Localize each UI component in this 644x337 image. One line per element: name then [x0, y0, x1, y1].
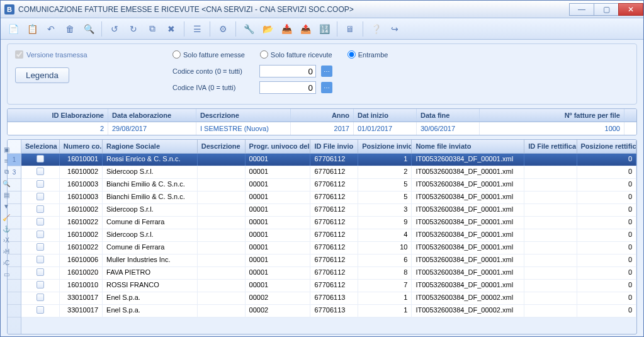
side-zoom-icon[interactable]: 🔍 — [1, 178, 11, 189]
radio-emesse[interactable]: Solo fatture emesse — [172, 50, 245, 59]
row-checkbox[interactable] — [37, 243, 44, 251]
table-row[interactable]: 33010017Enel S.p.a.00002677061131IT00532… — [21, 305, 636, 317]
table-row[interactable]: 16010020FAVA PIETRO00001677061128IT00532… — [21, 267, 636, 280]
row-checkbox[interactable] — [37, 168, 44, 175]
row-checkbox[interactable] — [37, 294, 44, 301]
row-checkbox[interactable] — [37, 180, 44, 188]
table-row[interactable]: 16010003Bianchi Emilio & C. S.n.c.000016… — [21, 191, 636, 204]
clear-icon[interactable]: ✖ — [164, 21, 179, 37]
summary-col-dini[interactable]: Dat inizio — [354, 109, 417, 122]
table-row[interactable]: 16010022Comune di Ferrara00001677061129I… — [21, 217, 636, 229]
summary-row[interactable]: 2 29/08/2017 I SEMESTRE (Nuova) 2017 01/… — [8, 122, 636, 135]
maximize-button[interactable]: ▢ — [594, 3, 619, 16]
paste-icon[interactable]: ⧉ — [145, 21, 160, 37]
delete-icon[interactable]: 🗑 — [62, 21, 77, 37]
row-checkbox[interactable] — [37, 155, 44, 163]
grid-col-seleziona[interactable]: Seleziona — [21, 140, 60, 153]
side-filter-icon[interactable]: ▼ — [1, 200, 11, 212]
cell-numero: 16010022 — [60, 217, 103, 229]
codice-iva-input[interactable] — [259, 81, 316, 94]
folder-icon[interactable]: 📂 — [260, 21, 275, 37]
undo-icon[interactable]: ↶ — [43, 21, 59, 37]
cut-icon[interactable]: ↺ — [107, 21, 122, 37]
table-row[interactable]: 16010006Muller Industries Inc.0000167706… — [21, 254, 636, 267]
table-row[interactable]: 16010002Sidercoop S.r.l.00001677061123IT… — [21, 204, 636, 217]
row-handle[interactable] — [8, 305, 21, 317]
side-indicator-icon[interactable]: ▣ — [1, 144, 11, 155]
side-anchor-icon[interactable]: ⚓ — [1, 223, 11, 234]
new-icon[interactable]: 📄 — [6, 21, 21, 37]
side-insert-icon[interactable]: ≡ — [1, 155, 11, 166]
side-columns-icon[interactable]: ▤ — [1, 189, 11, 200]
row-checkbox[interactable] — [37, 281, 44, 288]
summary-col-dfin[interactable]: Data fine — [417, 109, 480, 122]
settings-icon[interactable]: ⚙ — [215, 21, 230, 37]
table-row[interactable]: 33010017Enel S.p.a.00002677061131IT00532… — [21, 292, 636, 305]
import-icon[interactable]: 📥 — [279, 21, 294, 37]
row-checkbox[interactable] — [37, 231, 44, 238]
versione-trasmessa-checkbox[interactable] — [15, 50, 23, 59]
copy-icon[interactable]: ↻ — [126, 21, 141, 37]
row-handle[interactable] — [8, 280, 21, 292]
list-icon[interactable]: ☰ — [189, 21, 205, 37]
grid-col-idrettifica[interactable]: ID File rettifica — [524, 140, 577, 153]
row-checkbox[interactable] — [37, 193, 44, 200]
save-icon[interactable]: 📋 — [25, 21, 40, 37]
cell-posrettifica: 0 — [577, 154, 637, 166]
help-icon[interactable]: ❔ — [368, 21, 383, 37]
codice-conto-lookup-button[interactable]: ⋯ — [321, 66, 332, 77]
cell-posrettifica: 0 — [577, 292, 637, 304]
exit-icon[interactable]: ↪ — [387, 21, 402, 37]
minimize-button[interactable]: — — [569, 3, 594, 16]
row-checkbox[interactable] — [37, 218, 44, 226]
grid-col-nomefile[interactable]: Nome file inviato — [412, 140, 524, 153]
summary-cell-desc: I SEMESTRE (Nuova) — [196, 122, 291, 135]
side-h-icon[interactable]: ›H — [1, 246, 11, 257]
side-funnel-icon[interactable]: 🧹 — [1, 212, 11, 223]
cell-progr: 00001 — [246, 154, 311, 166]
table-row[interactable]: 16010001Rossi Enrico & C. S.n.c.00001677… — [21, 154, 636, 166]
grid-col-posrettifica[interactable]: Posizione rettifica — [577, 140, 637, 153]
export-icon[interactable]: 📤 — [298, 21, 313, 37]
tool-icon[interactable]: 🔧 — [241, 21, 256, 37]
side-copy-icon[interactable]: ⧉ — [1, 166, 11, 178]
cell-posizione: 9 — [358, 217, 412, 229]
summary-col-id[interactable]: ID Elaborazione — [8, 109, 108, 122]
grid-col-numero[interactable]: Numero co... — [60, 140, 103, 153]
cell-ragione: Sidercoop S.r.l. — [103, 229, 198, 241]
table-row[interactable]: 16010022Comune di Ferrara000016770611210… — [21, 242, 636, 254]
screen-icon[interactable]: 🖥 — [342, 21, 358, 37]
side-x-icon[interactable]: ›X — [1, 234, 11, 246]
row-checkbox[interactable] — [37, 306, 44, 314]
cell-progr: 00001 — [246, 179, 311, 191]
table-row[interactable]: 16010010ROSSI FRANCO00001677061127IT0053… — [21, 280, 636, 292]
row-checkbox[interactable] — [37, 256, 44, 263]
row-handle[interactable] — [8, 292, 21, 305]
grid-col-progr[interactable]: Progr. univoco del file — [246, 140, 311, 153]
grid-col-descrizione[interactable]: Descrizione — [198, 140, 246, 153]
summary-col-anno[interactable]: Anno — [291, 109, 354, 122]
radio-entrambe[interactable]: Entrambe — [347, 50, 388, 59]
codice-iva-lookup-button[interactable]: ⋯ — [321, 82, 332, 93]
grid-col-idfile[interactable]: ID File invio — [310, 140, 358, 153]
legenda-button[interactable]: Legenda — [15, 67, 69, 83]
row-checkbox[interactable] — [37, 268, 44, 276]
summary-col-desc[interactable]: Descrizione — [196, 109, 291, 122]
codice-conto-input[interactable] — [259, 65, 316, 77]
grid-col-posizione[interactable]: Posizione invio — [358, 140, 412, 153]
grid-icon[interactable]: 🔢 — [317, 21, 332, 37]
find-icon[interactable]: 🔍 — [81, 21, 96, 37]
summary-col-nfat[interactable]: Nº fatture per file — [480, 109, 624, 122]
summary-col-data[interactable]: Data elaborazione — [108, 109, 196, 122]
row-checkbox[interactable] — [37, 205, 44, 213]
table-row[interactable]: 16010002Sidercoop S.r.l.00001677061122IT… — [21, 166, 636, 179]
table-row[interactable]: 16010003Bianchi Emilio & C. S.n.c.000016… — [21, 179, 636, 191]
grid-col-ragione[interactable]: Ragione Sociale — [103, 140, 198, 153]
side-c-icon[interactable]: ›C — [1, 257, 11, 268]
close-button[interactable]: ✕ — [618, 3, 643, 16]
radio-ricevute[interactable]: Solo fatture ricevute — [260, 50, 332, 59]
side-screen-icon[interactable]: ▭ — [1, 268, 11, 280]
table-row[interactable]: 16010002Sidercoop S.r.l.00001677061124IT… — [21, 229, 636, 242]
cell-posrettifica: 0 — [577, 191, 637, 203]
cell-progr: 00001 — [246, 242, 311, 254]
